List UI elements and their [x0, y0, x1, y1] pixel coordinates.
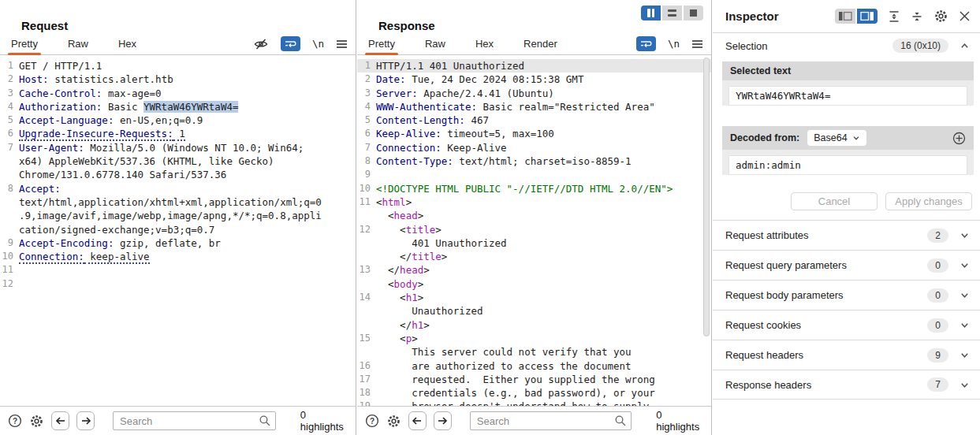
code-line[interactable]: text/html,application/xhtml+xml,applicat…	[0, 195, 356, 209]
code-line[interactable]: 11<html>	[357, 195, 711, 209]
add-decoding-icon[interactable]	[952, 132, 966, 145]
chevron-down-icon[interactable]	[960, 260, 970, 270]
code-line[interactable]: 5Accept-Language: en-US,en;q=0.9	[0, 113, 356, 127]
tab-raw[interactable]: Raw	[65, 35, 91, 54]
menu-icon[interactable]	[336, 39, 348, 49]
chevron-down-icon[interactable]	[960, 350, 970, 360]
apply-changes-button[interactable]: Apply changes	[885, 192, 972, 210]
layout-columns-button[interactable]	[641, 6, 661, 20]
code-line[interactable]: 14 <h1>	[357, 291, 711, 304]
chevron-down-icon[interactable]	[960, 320, 970, 330]
help-icon[interactable]: ?	[8, 414, 22, 428]
code-line[interactable]: 4Authorization: Basic YWRtaW46YWRtaW4=	[0, 100, 356, 113]
inspector-section-request-headers[interactable]: Request headers9	[713, 340, 980, 370]
inspector-section-request-body-parameters[interactable]: Request body parameters0	[713, 280, 980, 310]
code-line[interactable]: 5Content-Length: 467	[357, 113, 711, 127]
code-line[interactable]: <body>	[357, 277, 711, 291]
code-line[interactable]: 10Connection: keep-alive	[0, 250, 356, 263]
code-line[interactable]: x64) AppleWebKit/537.36 (KHTML, like Gec…	[0, 154, 356, 168]
response-scrollbar[interactable]	[702, 57, 710, 405]
next-match-button[interactable]	[76, 411, 95, 430]
inspector-section-request-query-parameters[interactable]: Request query parameters0	[713, 250, 980, 280]
gear-icon[interactable]	[386, 414, 401, 429]
tab-raw[interactable]: Raw	[422, 35, 449, 54]
code-line[interactable]: 13 </head>	[357, 263, 711, 277]
code-line[interactable]: </h1>	[357, 318, 711, 332]
inspector-section-request-attributes[interactable]: Request attributes2	[713, 220, 980, 250]
newline-icon[interactable]: \n	[668, 38, 680, 50]
request-search-input[interactable]	[113, 411, 276, 430]
collapse-all-icon[interactable]	[911, 10, 923, 23]
previous-match-button[interactable]	[408, 411, 427, 430]
word-wrap-icon[interactable]	[636, 36, 656, 51]
selection-section-header[interactable]: Selection 16 (0x10)	[713, 33, 980, 58]
code-line[interactable]: 2Date: Tue, 24 Dec 2024 08:15:38 GMT	[357, 72, 711, 86]
encoding-dropdown[interactable]: Base64	[807, 130, 866, 146]
code-line[interactable]: 7Connection: Keep-Alive	[357, 141, 711, 154]
response-viewer[interactable]: 1HTTP/1.1 401 Unauthorized2Date: Tue, 24…	[357, 56, 711, 406]
code-line[interactable]: Unauthorized	[357, 304, 711, 318]
tab-hex[interactable]: Hex	[472, 35, 497, 54]
code-line[interactable]: 401 Unauthorized	[357, 236, 711, 250]
code-line[interactable]: <head>	[357, 209, 711, 222]
gear-icon[interactable]	[29, 414, 44, 429]
cancel-button[interactable]: Cancel	[791, 192, 878, 210]
code-line[interactable]: 19 browser doesn't understand how to sup…	[357, 400, 711, 406]
inspector-section-response-headers[interactable]: Response headers7	[713, 370, 980, 400]
dock-left-button[interactable]	[835, 9, 855, 24]
selected-text-field[interactable]: YWRtaW46YWRtaW4=	[728, 86, 967, 106]
close-icon[interactable]	[959, 10, 971, 22]
code-line[interactable]: 18 credentials (e.g., bad password), or …	[357, 386, 711, 400]
tab-hex[interactable]: Hex	[115, 35, 140, 54]
newline-icon[interactable]: \n	[312, 38, 324, 50]
chevron-down-icon[interactable]	[960, 290, 970, 300]
code-line[interactable]: This server could not verify that you	[357, 345, 711, 359]
menu-icon[interactable]	[691, 39, 703, 49]
tab-pretty[interactable]: Pretty	[8, 35, 41, 54]
code-line[interactable]: 8Accept:	[0, 182, 356, 195]
line-number	[357, 345, 376, 359]
code-line[interactable]: 3Server: Apache/2.4.41 (Ubuntu)	[357, 87, 711, 100]
tab-pretty[interactable]: Pretty	[365, 35, 398, 54]
code-line[interactable]: 1HTTP/1.1 401 Unauthorized	[357, 59, 711, 72]
code-line[interactable]: 6Upgrade-Insecure-Requests: 1	[0, 127, 356, 140]
code-line[interactable]: 4WWW-Authenticate: Basic realm="Restrict…	[357, 100, 711, 113]
code-line[interactable]: 12	[0, 277, 356, 291]
gear-icon[interactable]	[933, 9, 948, 24]
response-search-input[interactable]	[470, 411, 632, 430]
request-editor[interactable]: 1GET / HTTP/1.12Host: statistics.alert.h…	[0, 56, 356, 406]
dock-right-button[interactable]	[857, 9, 878, 24]
inspector-section-request-cookies[interactable]: Request cookies0	[713, 310, 980, 340]
chevron-down-icon[interactable]	[960, 380, 970, 390]
code-line[interactable]: 9	[357, 168, 711, 181]
code-line[interactable]: 9Accept-Encoding: gzip, deflate, br	[0, 236, 356, 250]
code-line[interactable]: 3Cache-Control: max-age=0	[0, 87, 356, 100]
code-line[interactable]: 16 are authorized to access the document	[357, 359, 711, 373]
previous-match-button[interactable]	[51, 411, 69, 430]
code-line[interactable]: Chrome/131.0.6778.140 Safari/537.36	[0, 168, 356, 181]
chevron-up-icon[interactable]	[960, 41, 970, 51]
word-wrap-icon[interactable]	[281, 36, 300, 51]
code-line[interactable]: 2Host: statistics.alert.htb	[0, 72, 356, 86]
code-line[interactable]: 11	[0, 263, 356, 277]
code-line[interactable]: 8Content-Type: text/html; charset=iso-88…	[357, 154, 711, 168]
code-line[interactable]: 7User-Agent: Mozilla/5.0 (Windows NT 10.…	[0, 141, 356, 154]
code-line[interactable]: cation/signed-exchange;v=b3;q=0.7	[0, 223, 356, 236]
code-line[interactable]: 17 requested. Either you supplied the wr…	[357, 373, 711, 386]
tab-render[interactable]: Render	[520, 35, 561, 54]
code-line[interactable]: 15 <p>	[357, 332, 711, 345]
code-line[interactable]: 10<!DOCTYPE HTML PUBLIC "-//IETF//DTD HT…	[357, 182, 711, 195]
chevron-down-icon[interactable]	[960, 230, 970, 240]
code-line[interactable]: 12 <title>	[357, 223, 711, 236]
help-icon[interactable]: ?	[365, 414, 379, 428]
code-line[interactable]: 6Keep-Alive: timeout=5, max=100	[357, 127, 711, 140]
code-line[interactable]: </title>	[357, 250, 711, 263]
hide-icon[interactable]	[253, 38, 269, 50]
expand-all-icon[interactable]	[888, 10, 900, 23]
decoded-value-field[interactable]: admin:admin	[728, 155, 967, 175]
next-match-button[interactable]	[434, 411, 452, 430]
layout-single-button[interactable]	[684, 6, 703, 20]
code-line[interactable]: .9,image/avif,image/webp,image/apng,*/*;…	[0, 209, 356, 222]
code-line[interactable]: 1GET / HTTP/1.1	[0, 59, 356, 72]
layout-rows-button[interactable]	[662, 6, 682, 20]
